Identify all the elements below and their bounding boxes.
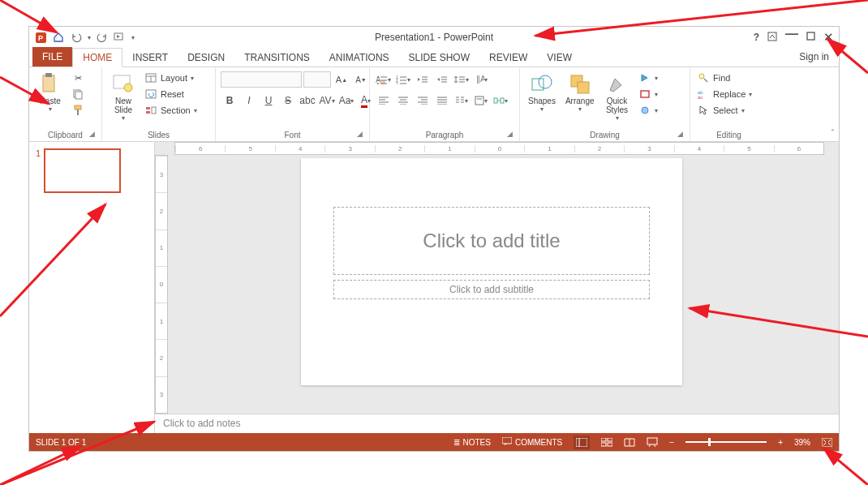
new-slide-dropdown-icon[interactable]: ▾	[122, 114, 125, 122]
tab-animations[interactable]: ANIMATIONS	[320, 49, 399, 67]
svg-point-72	[539, 75, 552, 88]
svg-rect-6	[45, 73, 52, 77]
underline-button[interactable]: U	[260, 92, 277, 109]
slideshow-view-icon[interactable]	[647, 437, 658, 447]
tab-insert[interactable]: INSERT	[122, 49, 178, 67]
tab-transitions[interactable]: TRANSITIONS	[234, 49, 320, 67]
slide-canvas[interactable]: Click to add title Click to add subtitle	[301, 158, 682, 385]
start-from-beginning-icon[interactable]	[114, 31, 127, 44]
paste-dropdown-icon[interactable]: ▾	[49, 105, 52, 113]
maximize-icon[interactable]	[806, 32, 815, 43]
reading-view-icon[interactable]	[624, 438, 635, 447]
shape-outline-button[interactable]: ▾	[637, 87, 660, 101]
select-button[interactable]: Select▾	[695, 103, 754, 118]
shape-effects-button[interactable]: ▾	[637, 103, 660, 118]
powerpoint-icon: P	[34, 31, 47, 44]
clipboard-launcher-icon[interactable]: ◢	[89, 130, 95, 138]
help-icon[interactable]: ?	[754, 32, 759, 43]
cut-icon: ✂	[71, 71, 84, 84]
decrease-indent-icon[interactable]	[414, 71, 432, 88]
text-shadow-button[interactable]: abc	[299, 92, 316, 109]
quick-styles-button[interactable]: Quick Styles▾	[601, 71, 634, 123]
slide-thumbnail-pane[interactable]: 1	[29, 142, 155, 433]
close-icon[interactable]: ✕	[823, 30, 834, 45]
numbering-icon[interactable]: 123▾	[394, 71, 412, 88]
decrease-font-icon[interactable]: A▼	[352, 71, 370, 88]
paragraph-launcher-icon[interactable]: ◢	[507, 130, 513, 138]
italic-button[interactable]: I	[240, 92, 258, 109]
drawing-launcher-icon[interactable]: ◢	[677, 130, 683, 138]
undo-icon[interactable]	[70, 31, 83, 44]
horizontal-ruler[interactable]: 6543210123456	[174, 142, 824, 155]
comments-toggle[interactable]: COMMENTS	[502, 437, 562, 447]
new-slide-button[interactable]: New Slide ▾	[107, 71, 140, 123]
font-family-combo[interactable]	[221, 71, 302, 88]
notes-pane[interactable]: Click to add notes	[155, 414, 839, 433]
align-left-icon[interactable]	[375, 92, 393, 109]
svg-rect-71	[532, 79, 544, 90]
bullets-icon[interactable]: ▾	[375, 71, 393, 88]
smartart-icon[interactable]: ▾	[492, 92, 509, 109]
char-spacing-icon[interactable]: AV▾	[318, 92, 336, 109]
shape-fill-button[interactable]: ▾	[637, 71, 660, 85]
slide-editor[interactable]: 6543210123456 3210123 Click to add title…	[155, 142, 839, 414]
redo-icon[interactable]	[96, 31, 109, 44]
tab-view[interactable]: VIEW	[537, 49, 582, 67]
collapse-ribbon-icon[interactable]: ˆ	[831, 129, 834, 138]
shapes-button[interactable]: Shapes▾	[525, 71, 559, 114]
change-case-icon[interactable]: Aa▾	[337, 92, 355, 109]
section-button[interactable]: Section▾	[143, 103, 199, 118]
paste-button[interactable]: Paste ▾	[34, 71, 67, 114]
normal-view-icon[interactable]	[574, 436, 590, 449]
increase-indent-icon[interactable]	[433, 71, 451, 88]
bold-button[interactable]: B	[221, 92, 238, 109]
justify-icon[interactable]	[433, 92, 451, 109]
zoom-level[interactable]: 39%	[794, 438, 810, 447]
tab-slideshow[interactable]: SLIDE SHOW	[399, 49, 479, 67]
increase-font-icon[interactable]: A▲	[333, 71, 350, 88]
new-slide-label: New Slide	[114, 97, 132, 114]
tab-home[interactable]: HOME	[72, 48, 122, 67]
zoom-out-icon[interactable]: −	[669, 438, 674, 447]
columns-icon[interactable]: ▾	[453, 92, 471, 109]
home-qat-icon[interactable]	[52, 31, 65, 44]
format-painter-button[interactable]	[70, 103, 86, 118]
fit-to-window-icon[interactable]	[822, 438, 832, 447]
subtitle-placeholder[interactable]: Click to add subtitle	[333, 280, 650, 299]
sign-in-link[interactable]: Sign in	[799, 51, 829, 62]
reset-button[interactable]: Reset	[143, 87, 199, 101]
replace-button[interactable]: abacReplace▾	[695, 87, 754, 101]
tab-file[interactable]: FILE	[32, 47, 72, 67]
copy-button[interactable]	[70, 87, 86, 101]
zoom-in-icon[interactable]: +	[778, 438, 783, 447]
group-font-label: Font	[284, 131, 300, 139]
slide-thumbnail[interactable]	[44, 148, 121, 193]
svg-rect-88	[647, 438, 657, 444]
title-placeholder[interactable]: Click to add title	[333, 207, 650, 275]
cut-button[interactable]: ✂	[70, 71, 86, 85]
ribbon-display-icon[interactable]	[767, 32, 777, 44]
vertical-ruler[interactable]: 3210123	[155, 155, 168, 414]
arrange-button[interactable]: Arrange▾	[562, 71, 598, 114]
align-text-icon[interactable]: ▾	[472, 92, 490, 109]
minimize-icon[interactable]: —	[785, 27, 798, 41]
slide-counter[interactable]: SLIDE 1 OF 1	[36, 438, 86, 447]
line-spacing-icon[interactable]: ▾	[453, 71, 471, 88]
qat-customize-icon[interactable]: ▾	[131, 34, 135, 41]
svg-line-96	[0, 446, 81, 485]
font-size-combo[interactable]	[303, 71, 331, 88]
align-center-icon[interactable]	[394, 92, 412, 109]
zoom-slider[interactable]	[685, 441, 767, 443]
align-right-icon[interactable]	[414, 92, 432, 109]
shapes-label: Shapes	[528, 97, 556, 105]
tab-design[interactable]: DESIGN	[178, 49, 234, 67]
layout-button[interactable]: Layout▾	[143, 71, 199, 85]
tab-review[interactable]: REVIEW	[479, 49, 537, 67]
text-direction-icon[interactable]: ‖A▾	[472, 71, 490, 88]
find-button[interactable]: Find	[695, 71, 754, 85]
notes-toggle[interactable]: ≣NOTES	[453, 438, 491, 447]
font-launcher-icon[interactable]: ◢	[357, 130, 363, 138]
undo-dropdown-icon[interactable]: ▾	[88, 34, 91, 41]
slide-sorter-view-icon[interactable]	[601, 438, 612, 447]
strikethrough-icon[interactable]: S	[279, 92, 297, 109]
